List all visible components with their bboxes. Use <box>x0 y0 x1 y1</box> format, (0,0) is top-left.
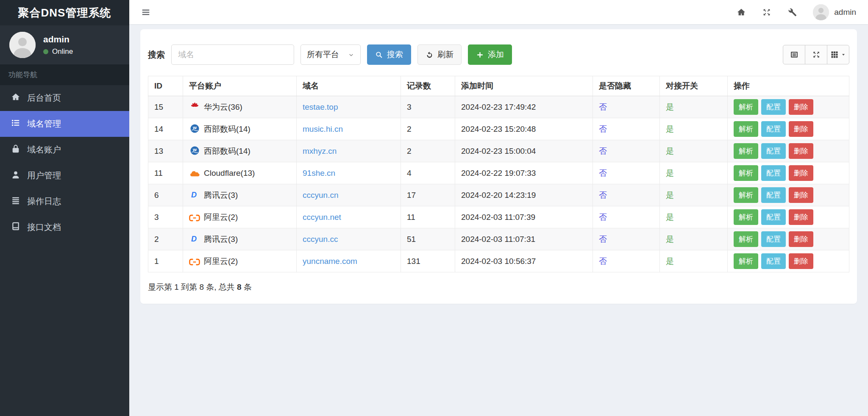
cell-actions: 解析配置删除 <box>728 140 849 162</box>
delete-button[interactable]: 删除 <box>789 143 813 159</box>
switch-toggle-link[interactable]: 是 <box>666 169 674 177</box>
platform-select[interactable]: 所有平台 <box>300 44 361 65</box>
column-header: 平台账户 <box>183 76 297 96</box>
sidebar-item-3[interactable]: 用户管理 <box>0 163 129 189</box>
config-button[interactable]: 配置 <box>761 121 786 137</box>
domain-link[interactable]: mxhyz.cn <box>303 147 337 155</box>
config-button[interactable]: 配置 <box>761 209 786 225</box>
config-button[interactable]: 配置 <box>761 253 786 269</box>
domain-link[interactable]: cccyun.cc <box>303 235 338 244</box>
cell-id: 2 <box>148 228 183 250</box>
hidden-toggle-link[interactable]: 否 <box>599 213 607 222</box>
delete-button[interactable]: 删除 <box>789 231 813 247</box>
dnspod-icon: D <box>189 190 200 200</box>
table-row: 3 阿里云(2) cccyun.net 11 2024-02-03 11:07:… <box>148 206 849 228</box>
resolve-button[interactable]: 解析 <box>734 99 758 115</box>
user-menu[interactable]: admin <box>813 4 856 20</box>
refresh-button[interactable]: 刷新 <box>417 44 462 65</box>
switch-toggle-link[interactable]: 是 <box>666 191 674 200</box>
sidebar-toggle-icon[interactable] <box>141 8 150 17</box>
config-button[interactable]: 配置 <box>761 231 786 247</box>
domain-link[interactable]: cccyun.net <box>303 213 341 222</box>
list-icon <box>11 118 20 130</box>
search-input[interactable] <box>171 44 294 65</box>
cell-switch: 是 <box>660 162 728 184</box>
resolve-button[interactable]: 解析 <box>734 187 758 203</box>
switch-toggle-link[interactable]: 是 <box>666 257 674 266</box>
domain-link[interactable]: music.hi.cn <box>303 125 343 133</box>
app-root: 聚合DNS管理系统 admin Online 功能导航 后台首页 <box>0 0 868 416</box>
cell-added-time: 2024-02-23 15:00:04 <box>455 140 593 162</box>
delete-button[interactable]: 删除 <box>789 165 813 181</box>
config-button[interactable]: 配置 <box>761 143 786 159</box>
table-fullscreen-button[interactable] <box>805 45 827 64</box>
book-icon <box>11 222 20 233</box>
cell-platform: D腾讯云(3) <box>183 228 297 250</box>
cell-records: 11 <box>401 206 455 228</box>
resolve-button[interactable]: 解析 <box>734 165 758 181</box>
switch-toggle-link[interactable]: 是 <box>666 213 674 222</box>
user-status: Online <box>43 47 73 56</box>
home-icon[interactable] <box>737 8 746 17</box>
delete-button[interactable]: 删除 <box>789 187 813 203</box>
cell-records: 3 <box>401 96 455 118</box>
cell-actions: 解析配置删除 <box>728 96 849 118</box>
hidden-toggle-link[interactable]: 否 <box>599 125 607 133</box>
hidden-toggle-link[interactable]: 否 <box>599 191 607 200</box>
hidden-toggle-link[interactable]: 否 <box>599 147 607 155</box>
config-button[interactable]: 配置 <box>761 187 786 203</box>
sidebar-item-2[interactable]: 域名账户 <box>0 137 129 163</box>
domain-link[interactable]: testae.top <box>303 103 338 111</box>
topbar-avatar <box>813 4 829 20</box>
plus-icon <box>476 51 484 59</box>
columns-button[interactable] <box>827 45 849 64</box>
log-icon <box>11 196 20 207</box>
domain-link[interactable]: 91she.cn <box>303 169 335 177</box>
cell-domain: cccyun.cn <box>297 184 401 206</box>
hidden-toggle-link[interactable]: 否 <box>599 257 607 266</box>
switch-toggle-link[interactable]: 是 <box>666 235 674 244</box>
delete-button[interactable]: 删除 <box>789 209 813 225</box>
hidden-toggle-link[interactable]: 否 <box>599 235 607 244</box>
resolve-button[interactable]: 解析 <box>734 253 758 269</box>
resolve-button[interactable]: 解析 <box>734 231 758 247</box>
avatar <box>9 32 36 58</box>
hidden-toggle-link[interactable]: 否 <box>599 169 607 177</box>
cell-domain: testae.top <box>297 96 401 118</box>
nav-section-label: 功能导航 <box>0 64 129 85</box>
view-options <box>783 45 849 64</box>
home-icon <box>11 92 20 104</box>
sidebar-item-0[interactable]: 后台首页 <box>0 85 129 111</box>
switch-toggle-link[interactable]: 是 <box>666 103 674 111</box>
config-button[interactable]: 配置 <box>761 165 786 181</box>
hidden-toggle-link[interactable]: 否 <box>599 103 607 111</box>
delete-button[interactable]: 删除 <box>789 99 813 115</box>
fullscreen-icon[interactable] <box>762 8 771 17</box>
resolve-button[interactable]: 解析 <box>734 143 758 159</box>
resolve-button[interactable]: 解析 <box>734 209 758 225</box>
domain-table-card: 搜索 所有平台 搜索 刷新 <box>140 29 857 304</box>
switch-toggle-link[interactable]: 是 <box>666 125 674 133</box>
delete-button[interactable]: 删除 <box>789 253 813 269</box>
search-label: 搜索 <box>148 49 165 61</box>
cell-platform: 阿里云(2) <box>183 250 297 272</box>
detail-view-button[interactable] <box>783 45 805 64</box>
table-row: 14 w西部数码(14) music.hi.cn 2 2024-02-23 15… <box>148 118 849 140</box>
resolve-button[interactable]: 解析 <box>734 121 758 137</box>
cell-id: 14 <box>148 118 183 140</box>
domain-link[interactable]: yuncname.com <box>303 257 357 266</box>
domain-link[interactable]: cccyun.cn <box>303 191 338 200</box>
search-button[interactable]: 搜索 <box>367 44 411 65</box>
delete-button[interactable]: 删除 <box>789 121 813 137</box>
sidebar-item-5[interactable]: 接口文档 <box>0 214 129 240</box>
wrench-icon[interactable] <box>787 8 797 17</box>
svg-text:w: w <box>192 147 197 152</box>
sidebar-item-1[interactable]: 域名管理 <box>0 111 129 137</box>
table-toolbar: 搜索 所有平台 搜索 刷新 <box>148 44 849 65</box>
sidebar-username: admin <box>43 34 73 44</box>
table-header-row: ID平台账户域名记录数添加时间是否隐藏对接开关操作 <box>148 76 849 96</box>
config-button[interactable]: 配置 <box>761 99 786 115</box>
switch-toggle-link[interactable]: 是 <box>666 147 674 155</box>
add-button[interactable]: 添加 <box>468 44 512 65</box>
sidebar-item-4[interactable]: 操作日志 <box>0 189 129 214</box>
